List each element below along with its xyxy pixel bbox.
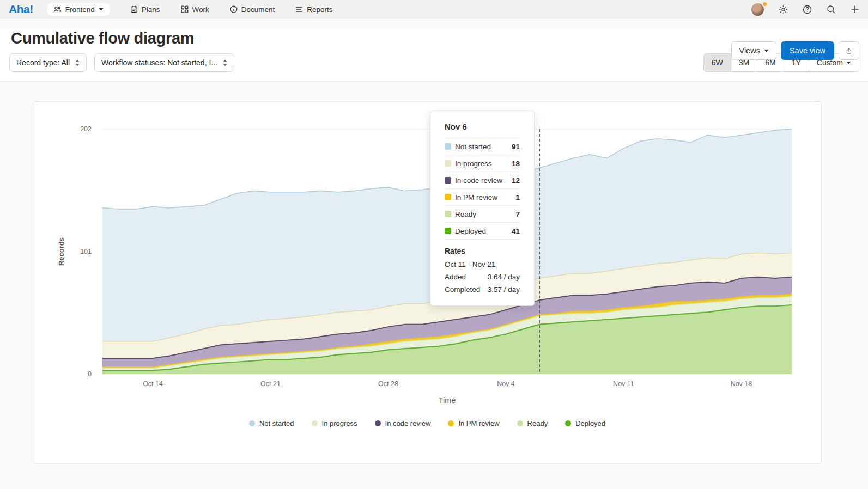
nav-item-plans[interactable]: Plans (130, 5, 160, 14)
tooltip-row-value: 12 (512, 176, 520, 185)
page-header: Cumulative flow diagram Views Save view … (0, 29, 868, 82)
legend-swatch (312, 420, 318, 426)
tooltip-row-value: 91 (512, 143, 520, 151)
legend-label: In progress (322, 419, 357, 427)
tooltip-swatch (445, 160, 451, 167)
report-lines-icon (295, 5, 303, 13)
tooltip-swatch (445, 143, 451, 150)
legend-item-ready[interactable]: Ready (517, 419, 548, 427)
top-navbar: Aha! Frontend Plans Work (0, 0, 868, 19)
tooltip-swatch (445, 177, 451, 184)
tooltip-row-value: 18 (512, 160, 520, 168)
chart-card: 0101202Oct 14Oct 21Oct 28Nov 4Nov 11Nov … (33, 101, 822, 464)
rates-added-row: Added 3.64 / day (445, 273, 520, 281)
nav-item-reports[interactable]: Reports (295, 5, 332, 14)
tooltip-row-label: Ready (455, 210, 515, 218)
info-circle-icon (230, 5, 238, 13)
y-axis-title: Records (57, 237, 65, 266)
tooltip-row: In PM review1 (445, 188, 520, 205)
share-button[interactable] (839, 41, 859, 60)
legend-label: Not started (259, 419, 294, 427)
chevron-down-icon (99, 8, 104, 11)
x-tick-label: Oct 28 (378, 380, 398, 388)
y-tick-label: 0 (88, 370, 92, 378)
cumulative-flow-chart[interactable]: 0101202Oct 14Oct 21Oct 28Nov 4Nov 11Nov … (33, 102, 822, 464)
legend-item-deployed[interactable]: Deployed (565, 419, 605, 427)
sort-arrows-icon (75, 59, 80, 66)
chart-tooltip: Nov 6 Not started91In progress18In code … (430, 111, 535, 306)
plus-icon[interactable] (851, 5, 859, 14)
legend-item-not-started[interactable]: Not started (249, 419, 294, 427)
chart-legend: Not startedIn progressIn code reviewIn P… (33, 419, 821, 427)
legend-swatch (565, 420, 571, 426)
rates-heading: Rates (445, 247, 520, 255)
workspace-selector[interactable]: Frontend (47, 3, 110, 16)
tooltip-rates: Rates Oct 11 - Nov 21 Added 3.64 / day C… (445, 239, 520, 294)
x-tick-label: Nov 4 (497, 380, 515, 388)
nav-item-label: Plans (142, 5, 160, 14)
nav-item-label: Work (192, 5, 209, 14)
tooltip-row: In progress18 (445, 155, 520, 172)
sort-arrows-icon (223, 59, 227, 66)
tooltip-row: Ready7 (445, 205, 520, 222)
tooltip-row-label: Deployed (455, 227, 512, 235)
tooltip-row-label: In PM review (455, 193, 515, 201)
x-tick-label: Oct 14 (143, 380, 163, 388)
tooltip-row-label: In code review (455, 176, 512, 185)
record-type-filter[interactable]: Record type: All (9, 53, 87, 72)
rates-completed-row: Completed 3.57 / day (445, 285, 520, 294)
legend-label: In PM review (458, 419, 499, 427)
clipboard-icon (130, 5, 138, 13)
share-export-icon (846, 46, 852, 56)
tooltip-row: Deployed41 (445, 222, 520, 239)
tooltip-swatch (445, 228, 451, 234)
y-tick-label: 101 (80, 248, 92, 255)
search-icon[interactable] (827, 5, 836, 14)
y-tick-label: 202 (80, 125, 92, 133)
legend-swatch (448, 420, 454, 426)
x-tick-label: Nov 18 (731, 380, 752, 388)
legend-label: In code review (385, 419, 431, 427)
tooltip-row: Not started91 (445, 138, 520, 155)
chevron-down-icon (846, 61, 851, 64)
tooltip-row-value: 7 (515, 210, 520, 218)
help-icon[interactable] (803, 5, 812, 14)
tooltip-row-label: Not started (455, 143, 512, 151)
tooltip-swatch (445, 211, 451, 217)
rates-range: Oct 11 - Nov 21 (445, 260, 520, 268)
x-tick-label: Nov 11 (613, 380, 634, 388)
legend-item-in-progress[interactable]: In progress (312, 419, 357, 427)
save-view-button[interactable]: Save view (781, 41, 834, 60)
users-icon (53, 6, 62, 13)
chevron-down-icon (764, 49, 769, 52)
x-tick-label: Oct 21 (260, 380, 281, 388)
nav-item-document[interactable]: Document (230, 5, 275, 14)
workflow-statuses-filter[interactable]: Workflow statuses: Not started, I... (94, 53, 234, 72)
tooltip-swatch (445, 194, 451, 200)
nav-item-work[interactable]: Work (181, 5, 209, 14)
tooltip-row-value: 1 (515, 193, 520, 201)
notification-dot (762, 1, 768, 7)
nav-item-label: Reports (307, 5, 332, 14)
workspace-label: Frontend (65, 5, 95, 14)
tooltip-date: Nov 6 (445, 122, 520, 138)
tooltip-row-label: In progress (455, 160, 512, 168)
range-button-6w[interactable]: 6W (703, 53, 731, 72)
legend-item-in-pm-review[interactable]: In PM review (448, 419, 499, 427)
grid-icon (181, 5, 189, 13)
legend-swatch (249, 420, 255, 426)
nav-item-label: Document (241, 5, 275, 14)
x-axis-title: Time (439, 396, 456, 405)
views-button[interactable]: Views (731, 41, 776, 60)
tooltip-row-value: 41 (512, 227, 520, 235)
legend-item-in-code-review[interactable]: In code review (375, 419, 431, 427)
aha-logo[interactable]: Aha! (9, 3, 33, 16)
user-avatar[interactable] (751, 3, 764, 16)
settings-gear-icon[interactable] (779, 5, 788, 14)
legend-swatch (375, 420, 381, 426)
legend-swatch (517, 420, 523, 426)
tooltip-row: In code review12 (445, 172, 520, 188)
legend-label: Deployed (575, 419, 605, 427)
legend-label: Ready (527, 419, 548, 427)
